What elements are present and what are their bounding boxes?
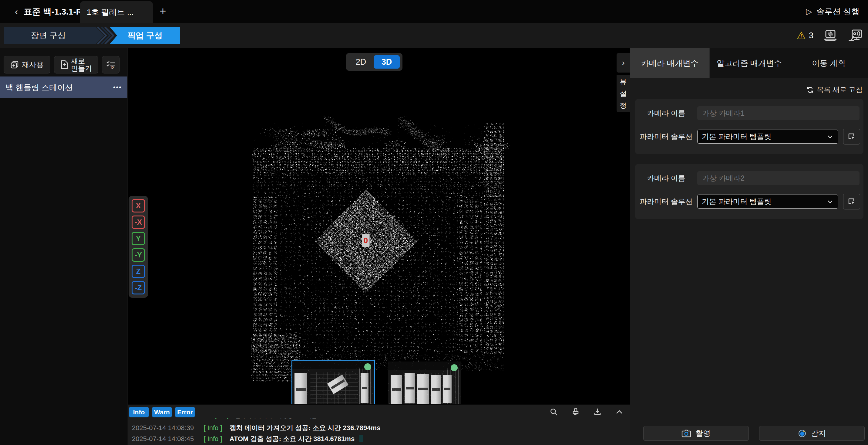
log-filter-warn[interactable]: Warn [152, 407, 172, 417]
run-solution-label: 솔루션 실행 [816, 6, 860, 17]
title-bar: ‹ 표준 백-1.3.1-RC 1호 팔레트 ... + ▷ 솔루션 실행 [0, 0, 868, 23]
brush-icon [572, 408, 580, 416]
camera-thumbnail-1[interactable] [291, 360, 375, 404]
app-title: 표준 백-1.3.1-RC [24, 6, 88, 18]
param-solution-dropdown[interactable]: 기본 파라미터 템플릿 [697, 129, 838, 144]
param-solution-label: 파라미터 솔루션 [635, 197, 697, 206]
param-solution-dropdown[interactable]: 기본 파라미터 템플릿 [697, 195, 838, 209]
camera-icon [681, 429, 691, 438]
log-message: ATOM 검출 성공: 소요 시간 3814.6781ms [229, 435, 354, 443]
log-timestamp: 2025-07-14 14:08:45 [132, 435, 194, 443]
svg-text:ID: ID [111, 66, 114, 69]
tab-algorithm-params[interactable]: 알고리즘 매개변수 [710, 48, 789, 78]
robot-comm-button[interactable] [847, 28, 863, 43]
chevron-down-icon [827, 133, 834, 140]
station-more-button[interactable]: ••• [113, 84, 122, 91]
log-level: [ Info ] [204, 435, 222, 443]
camera-name-input[interactable] [697, 171, 860, 185]
axis-neg-z-button[interactable]: -Z [132, 281, 145, 294]
pointcloud-viewport[interactable]: 2D 3D X -X Y -Y Z -Z 0 › 뷰 설 정 [128, 48, 630, 404]
play-icon: ▷ [806, 7, 812, 17]
back-chevron-icon[interactable]: ‹ [10, 5, 23, 18]
log-timestamp: 2025-07-14 14:08:39 [132, 424, 194, 432]
camera-name-input[interactable] [697, 106, 860, 120]
parameters-panel: 카메라 매개변수 알고리즘 매개변수 이동 계획 목록 새로 고침 카메라 이름… [630, 48, 868, 445]
chevron-down-icon [827, 198, 834, 205]
log-export-button[interactable] [593, 407, 602, 416]
view-settings-char: 뷰 [620, 77, 627, 87]
axis-gizmo-panel: X -X Y -Y Z -Z [129, 196, 148, 298]
id-list-button[interactable]: ID [102, 56, 120, 73]
reuse-label: 재사용 [22, 60, 44, 69]
axis-x-button[interactable]: X [132, 199, 145, 212]
file-plus-icon [60, 60, 68, 69]
workflow-bar: 장면 구성 픽업 구성 ⚠ 3 [0, 23, 868, 48]
document-tab[interactable]: 1호 팔레트 ... [80, 1, 153, 23]
log-collapse-button[interactable] [615, 407, 624, 416]
axis-neg-x-button[interactable]: -X [132, 215, 145, 229]
capture-button[interactable]: 촬영 [643, 426, 749, 441]
cursor-select-icon [847, 132, 856, 141]
reuse-button[interactable]: 재사용 [4, 56, 50, 73]
pointcloud-canvas[interactable] [128, 48, 630, 404]
log-message: 캡처 데이터 가져오기 성공: 소요 시간 236.7894ms [229, 424, 381, 432]
refresh-icon [806, 86, 814, 93]
log-entry: 2025-07-14 14:08:45 [ Info ] ATOM 검출 성공:… [132, 434, 363, 443]
detect-button[interactable]: 감지 [759, 426, 865, 441]
view-settings-char: 정 [620, 101, 627, 110]
camera-thumbnail-2[interactable] [388, 361, 461, 404]
pick-solution-button[interactable] [843, 194, 860, 209]
log-cursor [360, 435, 363, 442]
toggle-2d-button[interactable]: 2D [348, 55, 374, 68]
log-filter-info[interactable]: Info [129, 407, 149, 417]
laptop-sync-icon [824, 29, 837, 41]
camera-card-2: 카메라 이름 파라미터 솔루션 기본 파라미터 템플릿 [635, 164, 863, 219]
tab-pickup-config[interactable]: 픽업 구성 [110, 27, 180, 44]
log-panel: Info Warn Error [128, 404, 630, 445]
axis-y-button[interactable]: Y [132, 232, 145, 245]
create-new-button[interactable]: 새로 만들기 [54, 56, 98, 73]
camera-name-label: 카메라 이름 [635, 109, 697, 118]
checklist-id-icon: ID [106, 60, 115, 69]
cursor-select-icon [847, 197, 856, 206]
new-tab-button[interactable]: + [156, 4, 170, 18]
robot-monitor-icon [848, 29, 863, 42]
duplicate-plus-icon [10, 60, 19, 69]
download-icon [593, 408, 601, 416]
tab-camera-params[interactable]: 카메라 매개변수 [630, 48, 710, 78]
tab-pickup-config-label: 픽업 구성 [127, 30, 162, 41]
pick-solution-button[interactable] [843, 129, 860, 145]
data-exchange-button[interactable] [823, 28, 838, 43]
camera-card-1: 카메라 이름 파라미터 솔루션 기본 파라미터 템플릿 [635, 99, 863, 154]
chevron-up-icon [615, 408, 623, 416]
warning-indicator[interactable]: ⚠ 3 [797, 30, 813, 41]
camera-name-label: 카메라 이름 [635, 174, 697, 183]
origin-marker: 0 [362, 234, 370, 247]
view-settings-char: 설 [620, 89, 627, 98]
axis-z-button[interactable]: Z [132, 265, 145, 278]
station-sidebar: 재사용 새로 만들기 ID 백 핸들링 스테이션 ••• [0, 48, 127, 445]
log-level: [ Info ] [204, 424, 222, 432]
axis-neg-y-button[interactable]: -Y [132, 248, 145, 262]
warning-icon: ⚠ [797, 30, 806, 41]
create-new-label: 새로 만들기 [71, 57, 92, 72]
detect-sphere-icon [798, 429, 807, 438]
station-label: 백 핸들링 스테이션 [5, 82, 113, 93]
log-filter-error[interactable]: Error [175, 407, 195, 417]
station-toolbar: 재사용 새로 만들기 ID [0, 48, 127, 77]
log-clear-button[interactable] [571, 407, 580, 416]
panel-collapse-button[interactable]: › [617, 53, 630, 72]
station-list-item[interactable]: 백 핸들링 스테이션 ••• [0, 77, 127, 98]
capture-label: 촬영 [695, 428, 711, 438]
tab-motion-plan[interactable]: 이동 계획 [789, 48, 868, 78]
tab-scene-config[interactable]: 장면 구성 [4, 27, 104, 44]
refresh-list-label: 목록 새로 고침 [817, 85, 863, 94]
run-solution-button[interactable]: ▷ 솔루션 실행 [803, 5, 863, 18]
view-mode-toggle: 2D 3D [346, 53, 402, 71]
view-settings-tab[interactable]: 뷰 설 정 [617, 75, 630, 112]
toggle-3d-button[interactable]: 3D [374, 55, 400, 68]
warning-count: 3 [809, 31, 813, 40]
refresh-list-button[interactable]: 목록 새로 고침 [806, 85, 863, 94]
parameter-tabs: 카메라 매개변수 알고리즘 매개변수 이동 계획 [630, 48, 868, 78]
log-search-button[interactable] [549, 407, 558, 416]
